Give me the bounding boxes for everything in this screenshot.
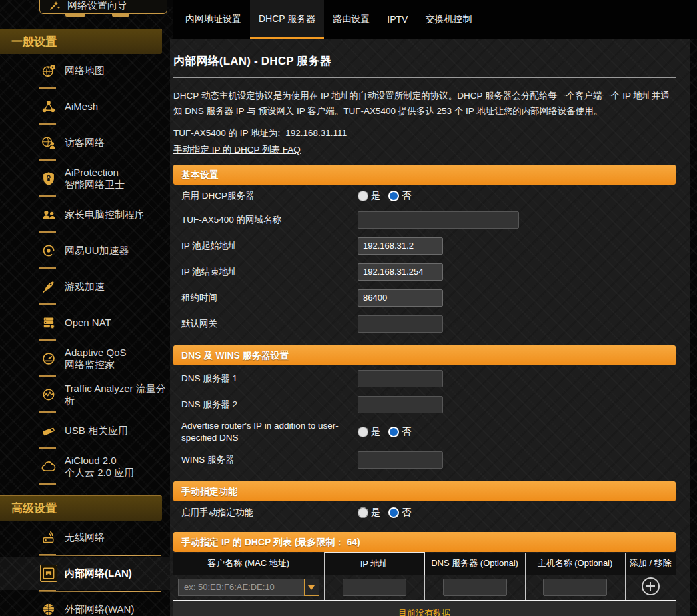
col-client-mac: 客户名称 (MAC 地址) bbox=[173, 553, 324, 575]
pool-end-input[interactable] bbox=[358, 263, 443, 281]
ip-address-input[interactable] bbox=[343, 579, 406, 596]
hostname-input[interactable] bbox=[543, 579, 607, 596]
form-row-advertise-dns: Advertise router's IP in addition to use… bbox=[173, 417, 676, 447]
sidebar-item-usb-apps[interactable]: USB 相关应用 bbox=[0, 414, 173, 447]
host-cell bbox=[525, 575, 625, 601]
manual-dhcp-table: 客户名称 (MAC 地址) IP 地址 DNS 服务器 (Optional) 主… bbox=[173, 552, 676, 601]
form-row-dns1: DNS 服务器 1 bbox=[173, 365, 676, 391]
sidebar-item-network-map[interactable]: 网络地图 bbox=[0, 54, 173, 87]
pool-start-label: IP 池起始地址 bbox=[173, 240, 358, 252]
wins-input[interactable] bbox=[358, 451, 443, 469]
mac-address-select[interactable]: ex: 50:EB:F6:AE:DE:10 bbox=[178, 579, 304, 596]
sidebar-item-wan[interactable]: 外部网络(WAN) bbox=[0, 593, 173, 616]
advertise-dns-no-radio[interactable] bbox=[388, 427, 399, 437]
advertise-dns-radio-group: 是 否 bbox=[358, 426, 419, 438]
enable-manual-no-radio[interactable] bbox=[388, 507, 399, 518]
dns-server-input[interactable] bbox=[443, 579, 507, 596]
enable-dhcp-radio-group: 是 否 bbox=[358, 190, 419, 202]
form-row-pool-end: IP 池结束地址 bbox=[173, 259, 676, 285]
tab-iptv[interactable]: IPTV bbox=[378, 0, 416, 39]
network-map-icon bbox=[40, 62, 57, 79]
add-cell bbox=[625, 575, 676, 601]
yes-label: 是 bbox=[371, 190, 380, 202]
tab-lan-ip[interactable]: 内网地址设置 bbox=[177, 0, 250, 39]
page-title: 内部网络(LAN) - DHCP 服务器 bbox=[173, 53, 676, 69]
sidebar: 网络设置向导 一般设置 网络地图 AiMesh 访客网络 AiProtectio… bbox=[0, 0, 173, 616]
wan-globe-icon bbox=[40, 601, 57, 616]
enable-manual-radio-group: 是 否 bbox=[358, 507, 419, 519]
sidebar-item-label: Adaptive QoS网络监控家 bbox=[65, 347, 127, 371]
form-row-default-gateway: 默认网关 bbox=[173, 311, 676, 337]
sidebar-item-traffic-analyzer[interactable]: Traffic Analyzer 流量分析 bbox=[0, 378, 173, 411]
title-divider bbox=[173, 77, 676, 78]
col-ip-address: IP 地址 bbox=[324, 553, 424, 575]
sidebar-item-line1: Adaptive QoS bbox=[65, 347, 127, 358]
empty-data-text: 目前没有数据 bbox=[398, 607, 450, 616]
sidebar-item-label: 网络设置向导 bbox=[67, 0, 127, 12]
aicloud-icon bbox=[40, 458, 57, 475]
pool-start-input[interactable] bbox=[358, 237, 443, 255]
tab-switch-control[interactable]: 交换机控制 bbox=[416, 0, 480, 39]
mac-dropdown-button[interactable] bbox=[304, 579, 319, 596]
sidebar-item-aicloud[interactable]: AiCloud 2.0个人云 2.0 应用 bbox=[0, 450, 173, 483]
router-ip-value: 192.168.31.111 bbox=[285, 128, 347, 138]
sidebar-item-guest-network[interactable]: 访客网络 bbox=[0, 126, 173, 159]
sidebar-item-aimesh[interactable]: AiMesh bbox=[0, 90, 173, 123]
sidebar-item-open-nat[interactable]: Open NAT bbox=[0, 306, 173, 339]
sidebar-item-wireless[interactable]: 无线网络 bbox=[0, 521, 173, 554]
form-row-enable-manual: 启用手动指定功能 是 否 bbox=[173, 501, 676, 523]
section-header-dhcp-list: 手动指定 IP 的 DHCP 列表 (最多限制： 64) bbox=[173, 532, 676, 552]
sidebar-item-uu-accelerator[interactable]: 网易UU加速器 bbox=[0, 234, 173, 267]
domain-name-input[interactable] bbox=[358, 211, 519, 229]
sidebar-item-line1: AiCloud 2.0 bbox=[65, 455, 117, 466]
parental-controls-icon bbox=[40, 206, 57, 223]
wireless-icon bbox=[40, 529, 57, 546]
sidebar-section-advanced: 高级设置 bbox=[0, 495, 162, 521]
router-ip-label: TUF-AX5400 的 IP 地址为: bbox=[173, 128, 280, 138]
table-input-row: ex: 50:EB:F6:AE:DE:10 bbox=[173, 575, 676, 601]
sidebar-item-parental-controls[interactable]: 家长电脑控制程序 bbox=[0, 198, 173, 231]
sidebar-item-label: 外部网络(WAN) bbox=[65, 603, 134, 615]
sidebar-item-game-boost[interactable]: 游戏加速 bbox=[0, 270, 173, 303]
wizard-box-notch bbox=[65, 14, 85, 17]
enable-manual-label: 启用手动指定功能 bbox=[173, 507, 358, 519]
no-label: 否 bbox=[402, 190, 411, 202]
advertise-dns-yes-radio[interactable] bbox=[358, 427, 368, 437]
sidebar-item-quick-setup-wizard[interactable]: 网络设置向导 bbox=[39, 0, 167, 14]
sidebar-item-label: 网易UU加速器 bbox=[65, 245, 129, 257]
enable-dhcp-label: 启用 DHCP服务器 bbox=[173, 190, 358, 202]
sidebar-item-label: USB 相关应用 bbox=[65, 425, 128, 437]
lease-time-input[interactable] bbox=[358, 289, 443, 307]
sidebar-item-label: Open NAT bbox=[65, 317, 111, 329]
form-row-enable-dhcp: 启用 DHCP服务器 是 否 bbox=[173, 185, 676, 207]
add-entry-button[interactable] bbox=[642, 577, 660, 595]
sidebar-item-label: 游戏加速 bbox=[65, 281, 105, 293]
traffic-analyzer-icon bbox=[40, 386, 57, 403]
form-row-dns2: DNS 服务器 2 bbox=[173, 391, 676, 417]
sidebar-item-aiprotection[interactable]: AiProtection智能网络卫士 bbox=[0, 162, 173, 195]
enable-dhcp-yes-radio[interactable] bbox=[358, 191, 368, 201]
tab-dhcp-server[interactable]: DHCP 服务器 bbox=[250, 0, 324, 39]
uu-accelerator-icon bbox=[40, 242, 57, 259]
dns2-input[interactable] bbox=[358, 396, 443, 413]
enable-manual-yes-radio[interactable] bbox=[358, 507, 368, 518]
sidebar-item-label: 家长电脑控制程序 bbox=[65, 209, 145, 221]
tab-route[interactable]: 路由设置 bbox=[324, 0, 378, 39]
dhcp-description: DHCP 动态主机设定协议是为使用在 IP 地址的自动设置所制定的协议。DHCP… bbox=[173, 88, 676, 119]
adaptive-qos-gauge-icon bbox=[40, 350, 57, 367]
section-header-dns-wins: DNS 及 WINS 服务器设置 bbox=[173, 345, 676, 365]
enable-dhcp-no-radio[interactable] bbox=[388, 191, 399, 201]
col-hostname-optional: 主机名称 (Optional) bbox=[525, 553, 625, 575]
no-label: 否 bbox=[402, 426, 411, 438]
dns1-input[interactable] bbox=[358, 370, 443, 387]
sidebar-item-lan[interactable]: 内部网络(LAN) bbox=[0, 557, 173, 590]
table-header-row: 客户名称 (MAC 地址) IP 地址 DNS 服务器 (Optional) 主… bbox=[173, 553, 676, 575]
sidebar-item-adaptive-qos[interactable]: Adaptive QoS网络监控家 bbox=[0, 342, 173, 375]
dhcp-faq-link[interactable]: 手动指定 IP 的 DHCP 列表 FAQ bbox=[173, 144, 301, 156]
content-panel: 内部网络(LAN) - DHCP 服务器 DHCP 动态主机设定协议是为使用在 … bbox=[170, 39, 690, 616]
lease-time-label: 租约时间 bbox=[173, 292, 358, 304]
col-dns-optional: DNS 服务器 (Optional) bbox=[424, 553, 525, 575]
default-gateway-input[interactable] bbox=[358, 315, 443, 333]
guest-network-icon bbox=[40, 134, 57, 151]
dns1-label: DNS 服务器 1 bbox=[173, 373, 358, 385]
